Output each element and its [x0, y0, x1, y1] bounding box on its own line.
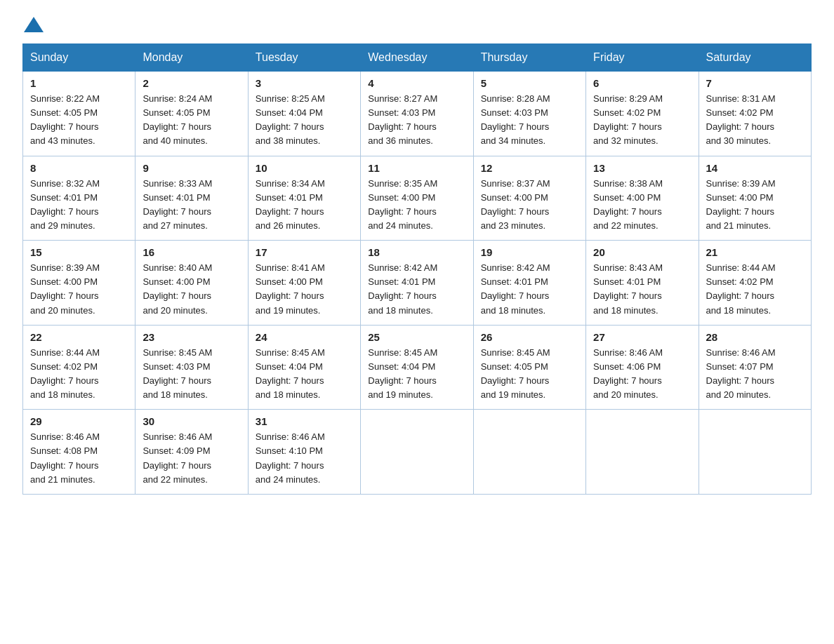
day-info: Sunrise: 8:45 AMSunset: 4:04 PMDaylight:… — [368, 346, 465, 403]
day-info: Sunrise: 8:45 AMSunset: 4:03 PMDaylight:… — [143, 346, 240, 403]
calendar-cell: 6 Sunrise: 8:29 AMSunset: 4:02 PMDayligh… — [586, 72, 699, 156]
calendar-week-5: 29 Sunrise: 8:46 AMSunset: 4:08 PMDaylig… — [23, 410, 812, 495]
day-number: 16 — [143, 246, 240, 258]
logo-area — [22, 17, 45, 29]
day-info: Sunrise: 8:41 AMSunset: 4:00 PMDaylight:… — [256, 261, 353, 318]
calendar-cell: 27 Sunrise: 8:46 AMSunset: 4:06 PMDaylig… — [586, 325, 699, 410]
day-number: 2 — [143, 77, 240, 89]
day-info: Sunrise: 8:46 AMSunset: 4:08 PMDaylight:… — [30, 430, 128, 487]
day-info: Sunrise: 8:46 AMSunset: 4:09 PMDaylight:… — [143, 430, 240, 487]
day-number: 18 — [368, 246, 465, 258]
day-number: 3 — [256, 77, 353, 89]
day-info: Sunrise: 8:35 AMSunset: 4:00 PMDaylight:… — [368, 177, 465, 234]
day-info: Sunrise: 8:40 AMSunset: 4:00 PMDaylight:… — [143, 261, 240, 318]
column-header-tuesday: Tuesday — [248, 44, 360, 72]
day-info: Sunrise: 8:28 AMSunset: 4:03 PMDaylight:… — [481, 92, 578, 149]
day-info: Sunrise: 8:37 AMSunset: 4:00 PMDaylight:… — [481, 177, 578, 234]
day-number: 29 — [30, 415, 128, 427]
logo — [22, 17, 45, 32]
day-info: Sunrise: 8:46 AMSunset: 4:10 PMDaylight:… — [256, 430, 353, 487]
day-info: Sunrise: 8:27 AMSunset: 4:03 PMDaylight:… — [368, 92, 465, 149]
day-number: 12 — [481, 162, 578, 174]
day-number: 27 — [593, 331, 691, 343]
calendar-cell: 19 Sunrise: 8:42 AMSunset: 4:01 PMDaylig… — [473, 241, 585, 326]
calendar-cell: 25 Sunrise: 8:45 AMSunset: 4:04 PMDaylig… — [361, 325, 473, 410]
day-number: 13 — [593, 162, 691, 174]
day-number: 8 — [30, 162, 128, 174]
day-info: Sunrise: 8:32 AMSunset: 4:01 PMDaylight:… — [30, 177, 128, 234]
day-number: 30 — [143, 415, 240, 427]
day-number: 7 — [706, 77, 804, 89]
calendar-cell: 30 Sunrise: 8:46 AMSunset: 4:09 PMDaylig… — [135, 410, 248, 495]
calendar-cell: 28 Sunrise: 8:46 AMSunset: 4:07 PMDaylig… — [699, 325, 811, 410]
calendar-header-row: SundayMondayTuesdayWednesdayThursdayFrid… — [23, 44, 812, 72]
calendar-cell: 11 Sunrise: 8:35 AMSunset: 4:00 PMDaylig… — [361, 156, 473, 241]
calendar-cell: 12 Sunrise: 8:37 AMSunset: 4:00 PMDaylig… — [473, 156, 585, 241]
day-info: Sunrise: 8:46 AMSunset: 4:06 PMDaylight:… — [593, 346, 691, 403]
calendar-cell: 29 Sunrise: 8:46 AMSunset: 4:08 PMDaylig… — [23, 410, 135, 495]
day-info: Sunrise: 8:34 AMSunset: 4:01 PMDaylight:… — [256, 177, 353, 234]
day-info: Sunrise: 8:45 AMSunset: 4:04 PMDaylight:… — [256, 346, 353, 403]
calendar-week-3: 15 Sunrise: 8:39 AMSunset: 4:00 PMDaylig… — [23, 241, 812, 326]
day-number: 1 — [30, 77, 128, 89]
day-info: Sunrise: 8:39 AMSunset: 4:00 PMDaylight:… — [30, 261, 128, 318]
day-number: 24 — [256, 331, 353, 343]
day-info: Sunrise: 8:42 AMSunset: 4:01 PMDaylight:… — [481, 261, 578, 318]
day-number: 21 — [706, 246, 804, 258]
day-number: 15 — [30, 246, 128, 258]
column-header-thursday: Thursday — [473, 44, 585, 72]
calendar-cell: 20 Sunrise: 8:43 AMSunset: 4:01 PMDaylig… — [586, 241, 699, 326]
column-header-saturday: Saturday — [699, 44, 811, 72]
day-number: 23 — [143, 331, 240, 343]
calendar-cell: 31 Sunrise: 8:46 AMSunset: 4:10 PMDaylig… — [248, 410, 360, 495]
calendar-cell: 4 Sunrise: 8:27 AMSunset: 4:03 PMDayligh… — [361, 72, 473, 156]
day-info: Sunrise: 8:43 AMSunset: 4:01 PMDaylight:… — [593, 261, 691, 318]
column-header-wednesday: Wednesday — [361, 44, 473, 72]
calendar-cell: 10 Sunrise: 8:34 AMSunset: 4:01 PMDaylig… — [248, 156, 360, 241]
calendar-cell: 1 Sunrise: 8:22 AMSunset: 4:05 PMDayligh… — [23, 72, 135, 156]
calendar-cell: 24 Sunrise: 8:45 AMSunset: 4:04 PMDaylig… — [248, 325, 360, 410]
calendar-week-1: 1 Sunrise: 8:22 AMSunset: 4:05 PMDayligh… — [23, 72, 812, 156]
day-info: Sunrise: 8:44 AMSunset: 4:02 PMDaylight:… — [30, 346, 128, 403]
day-number: 26 — [481, 331, 578, 343]
calendar-cell: 3 Sunrise: 8:25 AMSunset: 4:04 PMDayligh… — [248, 72, 360, 156]
calendar-cell: 2 Sunrise: 8:24 AMSunset: 4:05 PMDayligh… — [135, 72, 248, 156]
calendar-cell: 15 Sunrise: 8:39 AMSunset: 4:00 PMDaylig… — [23, 241, 135, 326]
column-header-sunday: Sunday — [23, 44, 135, 72]
calendar-cell: 7 Sunrise: 8:31 AMSunset: 4:02 PMDayligh… — [699, 72, 811, 156]
calendar-cell: 23 Sunrise: 8:45 AMSunset: 4:03 PMDaylig… — [135, 325, 248, 410]
calendar-cell: 14 Sunrise: 8:39 AMSunset: 4:00 PMDaylig… — [699, 156, 811, 241]
calendar-cell — [586, 410, 699, 495]
column-header-monday: Monday — [135, 44, 248, 72]
day-info: Sunrise: 8:44 AMSunset: 4:02 PMDaylight:… — [706, 261, 804, 318]
calendar-cell: 9 Sunrise: 8:33 AMSunset: 4:01 PMDayligh… — [135, 156, 248, 241]
calendar-cell: 22 Sunrise: 8:44 AMSunset: 4:02 PMDaylig… — [23, 325, 135, 410]
calendar-cell: 17 Sunrise: 8:41 AMSunset: 4:00 PMDaylig… — [248, 241, 360, 326]
day-info: Sunrise: 8:38 AMSunset: 4:00 PMDaylight:… — [593, 177, 691, 234]
day-info: Sunrise: 8:25 AMSunset: 4:04 PMDaylight:… — [256, 92, 353, 149]
day-number: 14 — [706, 162, 804, 174]
calendar-cell: 5 Sunrise: 8:28 AMSunset: 4:03 PMDayligh… — [473, 72, 585, 156]
page-header — [22, 17, 812, 29]
day-info: Sunrise: 8:39 AMSunset: 4:00 PMDaylight:… — [706, 177, 804, 234]
calendar-cell: 26 Sunrise: 8:45 AMSunset: 4:05 PMDaylig… — [473, 325, 585, 410]
day-info: Sunrise: 8:33 AMSunset: 4:01 PMDaylight:… — [143, 177, 240, 234]
calendar-table: SundayMondayTuesdayWednesdayThursdayFrid… — [22, 43, 812, 495]
column-header-friday: Friday — [586, 44, 699, 72]
day-number: 4 — [368, 77, 465, 89]
calendar-week-2: 8 Sunrise: 8:32 AMSunset: 4:01 PMDayligh… — [23, 156, 812, 241]
day-info: Sunrise: 8:22 AMSunset: 4:05 PMDaylight:… — [30, 92, 128, 149]
calendar-cell — [699, 410, 811, 495]
day-number: 17 — [256, 246, 353, 258]
calendar-cell: 18 Sunrise: 8:42 AMSunset: 4:01 PMDaylig… — [361, 241, 473, 326]
day-info: Sunrise: 8:45 AMSunset: 4:05 PMDaylight:… — [481, 346, 578, 403]
day-info: Sunrise: 8:42 AMSunset: 4:01 PMDaylight:… — [368, 261, 465, 318]
calendar-cell — [361, 410, 473, 495]
day-info: Sunrise: 8:24 AMSunset: 4:05 PMDaylight:… — [143, 92, 240, 149]
calendar-cell: 8 Sunrise: 8:32 AMSunset: 4:01 PMDayligh… — [23, 156, 135, 241]
day-number: 20 — [593, 246, 691, 258]
logo-triangle-icon — [24, 17, 44, 32]
day-number: 11 — [368, 162, 465, 174]
day-info: Sunrise: 8:46 AMSunset: 4:07 PMDaylight:… — [706, 346, 804, 403]
day-number: 31 — [256, 415, 353, 427]
